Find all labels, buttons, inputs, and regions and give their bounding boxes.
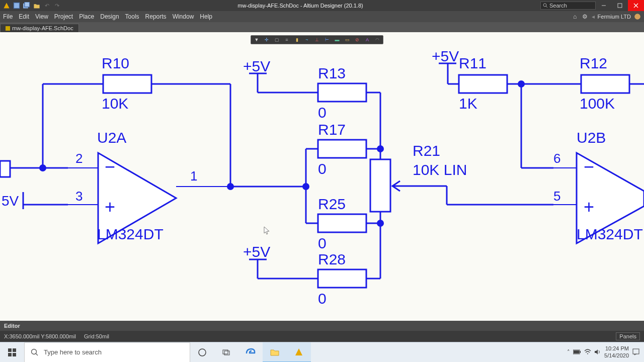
svg-text:−: − bbox=[584, 156, 594, 177]
tray-volume-icon[interactable] bbox=[594, 349, 601, 356]
svg-text:10K LIN: 10K LIN bbox=[413, 161, 467, 178]
tray-wifi-icon[interactable] bbox=[584, 349, 591, 356]
editor-bar: Editor bbox=[0, 321, 644, 331]
component-r12: R12 100K bbox=[521, 55, 644, 112]
svg-rect-81 bbox=[459, 75, 507, 93]
component-r25: R25 0 bbox=[306, 187, 380, 251]
svg-text:LM324DT: LM324DT bbox=[577, 226, 643, 242]
folder-icon[interactable] bbox=[33, 2, 40, 9]
menu-view[interactable]: View bbox=[32, 13, 51, 20]
svg-rect-103 bbox=[8, 353, 12, 356]
search-placeholder: Search bbox=[549, 3, 567, 9]
svg-rect-101 bbox=[8, 348, 12, 352]
menu-window[interactable]: Window bbox=[170, 13, 197, 20]
svg-text:U2B: U2B bbox=[577, 129, 606, 146]
document-tab-label: mw-display-AFE.SchDoc bbox=[12, 25, 73, 31]
taskbar-cortana[interactable] bbox=[190, 342, 214, 363]
svg-rect-29 bbox=[103, 75, 151, 93]
maximize-button[interactable] bbox=[612, 0, 628, 11]
redo-icon[interactable]: ↷ bbox=[53, 2, 60, 9]
close-button[interactable] bbox=[628, 0, 644, 11]
menubar: File Edit View Project Place Design Tool… bbox=[0, 11, 644, 22]
power-port-5v-2: +5V bbox=[243, 243, 318, 279]
power-port-5v-1: +5V bbox=[243, 58, 318, 93]
component-r17: R17 0 bbox=[306, 121, 380, 187]
svg-text:+5V: +5V bbox=[243, 58, 270, 74]
document-tab-bar: mw-display-AFE.SchDoc bbox=[0, 22, 644, 32]
svg-text:0: 0 bbox=[318, 290, 327, 307]
svg-rect-2 bbox=[25, 2, 30, 7]
svg-text:2: 2 bbox=[75, 151, 83, 166]
tray-time: 10:24 PM bbox=[604, 345, 629, 352]
menu-place[interactable]: Place bbox=[76, 13, 97, 20]
save-all-icon[interactable] bbox=[23, 2, 30, 9]
svg-rect-112 bbox=[574, 350, 579, 353]
component-u2b: − + U2B LM324DT 6 5 bbox=[553, 129, 644, 243]
breadcrumb[interactable]: Fermium LTD bbox=[598, 14, 631, 20]
menu-edit[interactable]: Edit bbox=[16, 13, 32, 20]
app-icon bbox=[3, 2, 10, 9]
svg-rect-0 bbox=[14, 3, 19, 8]
home-icon[interactable]: ⌂ bbox=[572, 13, 579, 20]
tray-clock[interactable]: 10:24 PM 5/14/2020 bbox=[604, 345, 629, 358]
schematic-canvas[interactable]: ▼ ✢ ▢ ≡ ▮ ~ ⊥ ⊢ ▬ ▭ ⊘ A ◠ 5V − + U2A LM3… bbox=[0, 32, 644, 321]
svg-text:R17: R17 bbox=[318, 121, 346, 138]
menu-help[interactable]: Help bbox=[197, 13, 215, 20]
menu-reports[interactable]: Reports bbox=[142, 13, 170, 20]
component-u2a: − + U2A LM324DT 2 3 1 bbox=[68, 129, 230, 243]
taskbar-search[interactable]: Type here to search bbox=[24, 342, 190, 363]
svg-text:R13: R13 bbox=[318, 65, 346, 81]
status-grid: Grid:50mil bbox=[84, 333, 109, 339]
svg-text:+: + bbox=[105, 197, 115, 217]
component-r11: R11 1K bbox=[459, 55, 521, 112]
component-r21: R21 10K LIN bbox=[370, 142, 553, 223]
svg-text:R25: R25 bbox=[318, 196, 346, 212]
window-title: mw-display-AFE.SchDoc - Altium Designer … bbox=[60, 3, 540, 9]
svg-text:0: 0 bbox=[318, 160, 327, 177]
svg-rect-72 bbox=[318, 269, 366, 288]
svg-text:−: − bbox=[105, 156, 115, 177]
undo-icon[interactable]: ↶ bbox=[43, 2, 50, 9]
svg-text:+: + bbox=[584, 197, 594, 217]
component-r10: R10 10K bbox=[43, 55, 230, 187]
svg-text:5: 5 bbox=[553, 189, 560, 204]
save-icon[interactable] bbox=[13, 2, 20, 9]
menu-design[interactable]: Design bbox=[97, 13, 122, 20]
document-tab[interactable]: mw-display-AFE.SchDoc bbox=[0, 24, 79, 32]
taskbar-taskview[interactable] bbox=[214, 342, 238, 363]
svg-rect-89 bbox=[581, 75, 629, 93]
svg-text:+5V: +5V bbox=[243, 243, 270, 260]
minimize-button[interactable] bbox=[596, 0, 612, 11]
tray-chevron-icon[interactable]: ˄ bbox=[567, 349, 570, 355]
menu-project[interactable]: Project bbox=[51, 13, 76, 20]
svg-text:1: 1 bbox=[190, 168, 197, 184]
svg-line-4 bbox=[546, 6, 547, 8]
taskbar-altium[interactable] bbox=[287, 342, 311, 363]
start-button[interactable] bbox=[0, 342, 24, 363]
svg-text:5V: 5V bbox=[2, 193, 19, 209]
svg-text:R21: R21 bbox=[413, 142, 440, 159]
panels-button[interactable]: Panels bbox=[616, 332, 640, 340]
svg-text:10K: 10K bbox=[102, 95, 128, 112]
schdoc-icon bbox=[6, 26, 10, 31]
svg-line-106 bbox=[36, 353, 38, 355]
component-r28: R28 0 bbox=[318, 223, 380, 307]
svg-text:LM324DT: LM324DT bbox=[97, 226, 164, 242]
gear-icon[interactable]: ⚙ bbox=[582, 13, 589, 20]
svg-rect-41 bbox=[318, 83, 366, 102]
svg-text:100K: 100K bbox=[580, 95, 615, 112]
svg-rect-60 bbox=[370, 159, 390, 212]
taskbar-edge[interactable] bbox=[238, 342, 263, 363]
tray-battery-icon[interactable] bbox=[573, 349, 581, 355]
menu-file[interactable]: File bbox=[0, 13, 16, 20]
user-icon[interactable] bbox=[634, 13, 641, 20]
menu-tools[interactable]: Tools bbox=[122, 13, 142, 20]
taskbar-explorer[interactable] bbox=[263, 342, 287, 363]
search-box[interactable]: Search bbox=[540, 2, 596, 10]
svg-text:R11: R11 bbox=[459, 55, 487, 71]
svg-text:6: 6 bbox=[553, 151, 560, 166]
editor-label[interactable]: Editor bbox=[4, 323, 20, 329]
tray-date: 5/14/2020 bbox=[604, 352, 629, 359]
svg-rect-6 bbox=[618, 4, 622, 8]
tray-notifications-icon[interactable] bbox=[632, 348, 640, 357]
